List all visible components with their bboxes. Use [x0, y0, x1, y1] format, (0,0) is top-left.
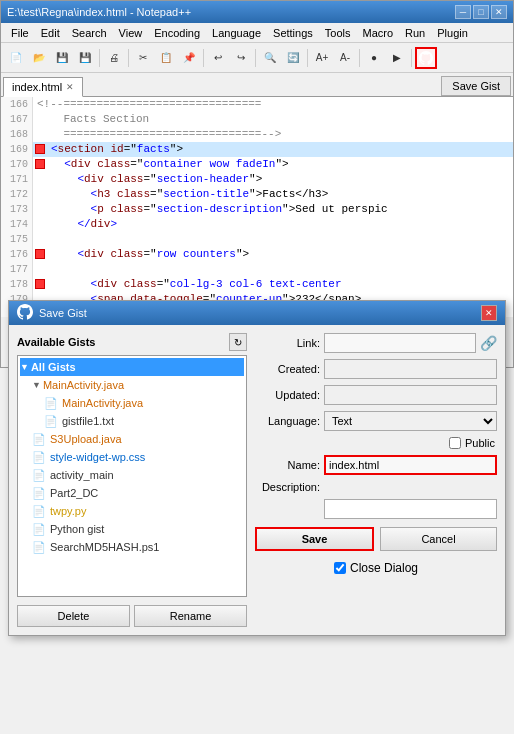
tree-item-allgists[interactable]: ▼ All Gists — [20, 358, 244, 376]
tree-item-part2dc[interactable]: 📄 Part2_DC — [20, 484, 244, 502]
tab-close-icon[interactable]: ✕ — [66, 82, 74, 92]
line-num-169: 169 — [5, 142, 28, 157]
created-row: Created: — [255, 359, 497, 379]
menu-edit[interactable]: Edit — [35, 26, 66, 40]
menu-plugins[interactable]: Plugin — [431, 26, 474, 40]
link-input[interactable] — [324, 333, 476, 353]
menu-view[interactable]: View — [113, 26, 149, 40]
code-line-166: <!--============================== — [33, 97, 513, 112]
tree-item-mainactivity-folder-label: MainActivity.java — [43, 377, 124, 393]
file-icon-java2: 📄 — [32, 431, 46, 447]
toolbar-macro[interactable]: ● — [363, 47, 385, 69]
folder-open-icon: ▼ — [20, 359, 29, 375]
menu-encoding[interactable]: Encoding — [148, 26, 206, 40]
maximize-btn[interactable]: □ — [473, 5, 489, 19]
toolbar-cut[interactable]: ✂ — [132, 47, 154, 69]
file-icon-py: 📄 — [32, 503, 46, 519]
minimize-btn[interactable]: ─ — [455, 5, 471, 19]
toolbar-run[interactable]: ▶ — [386, 47, 408, 69]
toolbar-replace[interactable]: 🔄 — [282, 47, 304, 69]
file-icon-activity: 📄 — [32, 467, 46, 483]
tree-item-twpy[interactable]: 📄 twpy.py — [20, 502, 244, 520]
menu-language[interactable]: Language — [206, 26, 267, 40]
toolbar-savegist[interactable] — [415, 47, 437, 69]
toolbar-print[interactable]: 🖨 — [103, 47, 125, 69]
link-chain-icon[interactable]: 🔗 — [480, 335, 497, 351]
tab-index-html[interactable]: index.html ✕ — [3, 77, 83, 97]
menu-macro[interactable]: Macro — [356, 26, 399, 40]
name-input[interactable] — [324, 455, 497, 475]
description-label: Description: — [255, 481, 320, 493]
close-dialog-label: Close Dialog — [350, 561, 418, 575]
dialog-title-text: Save Gist — [39, 307, 87, 319]
available-gists-label: Available Gists — [17, 336, 95, 348]
file-icon-part2: 📄 — [32, 485, 46, 501]
menu-file[interactable]: File — [5, 26, 35, 40]
dialog-close-btn[interactable]: ✕ — [481, 305, 497, 321]
code-line-173: <p class="section-description">Sed ut pe… — [33, 202, 513, 217]
tree-item-python-gist[interactable]: 📄 Python gist — [20, 520, 244, 538]
code-line-172: <h3 class="section-title">Facts</h3> — [33, 187, 513, 202]
menu-tools[interactable]: Tools — [319, 26, 357, 40]
tree-item-style-widget[interactable]: 📄 style-widget-wp.css — [20, 448, 244, 466]
link-row: Link: 🔗 — [255, 333, 497, 353]
public-label: Public — [465, 437, 495, 449]
toolbar-copy[interactable]: 📋 — [155, 47, 177, 69]
updated-input — [324, 385, 497, 405]
toolbar-redo[interactable]: ↪ — [230, 47, 252, 69]
rename-btn[interactable]: Rename — [134, 605, 247, 627]
public-checkbox[interactable] — [449, 437, 461, 449]
description-input[interactable] — [324, 499, 497, 519]
toolbar-sep3 — [203, 49, 204, 67]
toolbar-paste[interactable]: 📌 — [178, 47, 200, 69]
created-input — [324, 359, 497, 379]
toolbar-saveall[interactable]: 💾 — [74, 47, 96, 69]
toolbar-undo[interactable]: ↩ — [207, 47, 229, 69]
tree-item-s3upload[interactable]: 📄 S3Upload.java — [20, 430, 244, 448]
toolbar-save[interactable]: 💾 — [51, 47, 73, 69]
updated-row: Updated: — [255, 385, 497, 405]
toolbar-new[interactable]: 📄 — [5, 47, 27, 69]
breakpoint-marker-169 — [35, 144, 45, 154]
code-line-169: <section id="facts"> — [33, 142, 513, 157]
toolbar-find[interactable]: 🔍 — [259, 47, 281, 69]
file-icon-python-gist: 📄 — [32, 521, 46, 537]
toolbar-zoomout[interactable]: A- — [334, 47, 356, 69]
tree-item-mainactivity-folder[interactable]: ▼ MainActivity.java — [20, 376, 244, 394]
created-label: Created: — [255, 363, 320, 375]
tree-item-s3upload-label: S3Upload.java — [50, 431, 122, 447]
language-select[interactable]: Text — [324, 411, 497, 431]
breakpoint-marker-176 — [35, 249, 45, 259]
tree-item-allgists-label: All Gists — [31, 359, 76, 375]
tree-item-gistfile1[interactable]: 📄 gistfile1.txt — [20, 412, 244, 430]
toolbar-sep1 — [99, 49, 100, 67]
code-editor[interactable]: 166 167 168 169 170 171 172 173 174 175 … — [1, 97, 513, 317]
close-dialog-row: Close Dialog — [255, 557, 497, 579]
file-icon-ps1: 📄 — [32, 539, 46, 555]
close-dialog-checkbox[interactable] — [334, 562, 346, 574]
line-num-167: 167 — [5, 112, 28, 127]
close-btn[interactable]: ✕ — [491, 5, 507, 19]
line-num-170: 170 — [5, 157, 28, 172]
tree-item-mainactivity-file[interactable]: 📄 MainActivity.java — [20, 394, 244, 412]
dialog-body: Available Gists ↻ ▼ All Gists ▼ MainActi… — [9, 325, 505, 635]
gist-tree[interactable]: ▼ All Gists ▼ MainActivity.java 📄 MainAc… — [17, 355, 247, 597]
cancel-btn[interactable]: Cancel — [380, 527, 497, 551]
savegist-tab-btn[interactable]: Save Gist — [441, 76, 511, 96]
menu-search[interactable]: Search — [66, 26, 113, 40]
menubar: File Edit Search View Encoding Language … — [1, 23, 513, 43]
menu-settings[interactable]: Settings — [267, 26, 319, 40]
save-btn[interactable]: Save — [255, 527, 374, 551]
tree-item-searchmd5[interactable]: 📄 SearchMD5HASH.ps1 — [20, 538, 244, 556]
toolbar-zoomin[interactable]: A+ — [311, 47, 333, 69]
code-content: <!--============================== Facts… — [33, 97, 513, 317]
tree-item-mainactivity-file-label: MainActivity.java — [62, 395, 143, 411]
line-num-174: 174 — [5, 217, 28, 232]
refresh-btn[interactable]: ↻ — [229, 333, 247, 351]
menu-run[interactable]: Run — [399, 26, 431, 40]
code-line-178: <div class="col-lg-3 col-6 text-center — [33, 277, 513, 292]
delete-btn[interactable]: Delete — [17, 605, 130, 627]
toolbar-sep7 — [411, 49, 412, 67]
tree-item-activity-main[interactable]: 📄 activity_main — [20, 466, 244, 484]
toolbar-open[interactable]: 📂 — [28, 47, 50, 69]
